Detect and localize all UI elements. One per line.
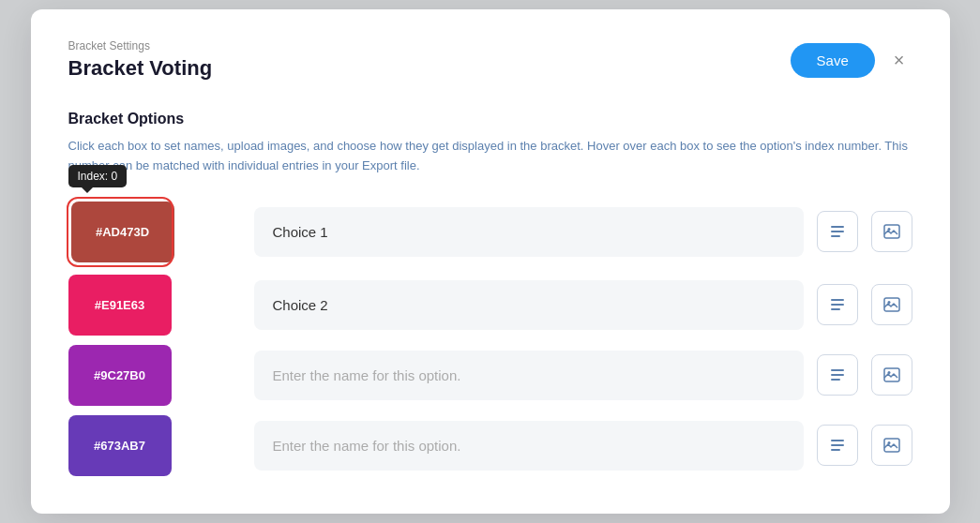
- color-box-wrapper-2: #9C27B0: [68, 345, 172, 406]
- option-name-input-0[interactable]: [254, 207, 804, 257]
- highlighted-wrapper: #AD473D: [68, 199, 172, 265]
- text-format-button-3[interactable]: [817, 425, 858, 466]
- image-upload-button-3[interactable]: [871, 425, 912, 466]
- input-wrapper-1: [254, 280, 804, 330]
- svg-rect-2: [831, 235, 840, 237]
- modal-title: Bracket Voting: [68, 56, 213, 81]
- svg-rect-1: [831, 231, 844, 232]
- option-row: #673AB7: [68, 415, 912, 476]
- image-upload-button-2[interactable]: [871, 354, 912, 396]
- options-list: Index: 0#AD473D #E91E63 #9C27B0 #673AB7: [68, 199, 912, 476]
- svg-rect-0: [831, 226, 844, 228]
- option-row: #9C27B0: [68, 345, 912, 406]
- text-format-button-1[interactable]: [817, 284, 858, 325]
- input-wrapper-3: [254, 421, 804, 471]
- option-row: Index: 0#AD473D: [68, 199, 912, 265]
- section-title: Bracket Options: [68, 111, 912, 127]
- color-swatch-2[interactable]: #9C27B0: [68, 345, 172, 406]
- color-box-wrapper-3: #673AB7: [68, 415, 172, 476]
- modal-header: Bracket Settings Bracket Voting Save ×: [68, 39, 912, 81]
- option-name-input-3[interactable]: [254, 421, 804, 471]
- breadcrumb: Bracket Settings: [68, 39, 213, 52]
- svg-rect-15: [831, 440, 844, 441]
- image-upload-button-0[interactable]: [871, 211, 912, 252]
- input-wrapper-0: [254, 207, 804, 257]
- bracket-settings-modal: Bracket Settings Bracket Voting Save × B…: [31, 9, 950, 514]
- section-description: Click each box to set names, upload imag…: [68, 137, 912, 176]
- color-swatch-3[interactable]: #673AB7: [68, 415, 172, 476]
- text-format-button-2[interactable]: [817, 354, 858, 396]
- close-button[interactable]: ×: [886, 46, 912, 75]
- save-button[interactable]: Save: [791, 43, 875, 78]
- color-swatch-0[interactable]: #AD473D: [71, 202, 174, 262]
- color-box-wrapper-0: Index: 0#AD473D: [68, 199, 172, 265]
- svg-rect-17: [831, 449, 840, 451]
- option-name-input-1[interactable]: [254, 280, 804, 330]
- image-upload-button-1[interactable]: [871, 284, 912, 325]
- input-wrapper-2: [254, 351, 804, 400]
- svg-rect-16: [831, 444, 844, 446]
- color-swatch-1[interactable]: #E91E63: [68, 275, 172, 336]
- svg-rect-5: [831, 299, 844, 301]
- svg-rect-12: [831, 379, 840, 381]
- header-actions: Save ×: [791, 43, 912, 78]
- modal-overlay: Bracket Settings Bracket Voting Save × B…: [0, 0, 980, 523]
- title-section: Bracket Settings Bracket Voting: [68, 39, 213, 81]
- option-name-input-2[interactable]: [254, 351, 804, 400]
- color-box-wrapper-1: #E91E63: [68, 275, 172, 336]
- svg-rect-10: [831, 369, 844, 371]
- svg-rect-7: [831, 308, 840, 310]
- option-row: #E91E63: [68, 275, 912, 336]
- text-format-button-0[interactable]: [817, 211, 858, 252]
- svg-rect-6: [831, 304, 844, 306]
- svg-rect-11: [831, 374, 844, 376]
